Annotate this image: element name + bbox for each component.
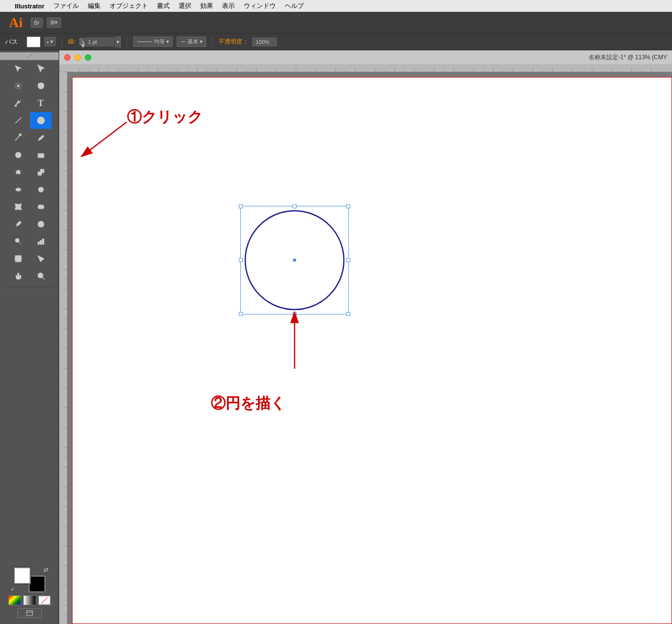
menu-object[interactable]: オブジェクト [110, 1, 148, 10]
tool-row-10 [0, 216, 59, 233]
canvas-area: 名称未設定-1* @ 113% (CMY [59, 50, 672, 624]
svg-rect-18 [40, 169, 44, 173]
hand-tool[interactable] [7, 268, 29, 284]
zoom-tool[interactable] [30, 268, 52, 284]
svg-line-47 [42, 277, 44, 279]
ellipse-tool[interactable] [30, 112, 52, 129]
svg-point-37 [15, 240, 16, 241]
reshape-tool[interactable] [30, 181, 52, 198]
svg-point-10 [15, 105, 16, 107]
menu-window[interactable]: ウィンドウ [244, 1, 276, 10]
menu-view[interactable]: 表示 [222, 1, 235, 10]
color-section: ⇄ ↙ [0, 561, 59, 624]
screen-mode-button[interactable] [17, 608, 42, 618]
svg-rect-27 [20, 208, 21, 210]
window-chrome: 名称未設定-1* @ 113% (CMY [59, 50, 672, 64]
eyedropper-tool[interactable] [7, 216, 29, 233]
menu-effect[interactable]: 効果 [200, 1, 213, 10]
bridge-button[interactable]: Br [31, 18, 43, 28]
toolbox: T [0, 50, 59, 624]
maximize-button[interactable] [85, 54, 91, 61]
menu-file[interactable]: ファイル [53, 1, 79, 10]
path-label: パス [5, 38, 18, 46]
stroke-dropdown[interactable]: ▾ [115, 37, 121, 47]
svg-line-34 [19, 242, 21, 244]
ruler-left [59, 72, 67, 624]
chart-tool[interactable] [30, 233, 52, 250]
fill-color-swatch[interactable] [14, 567, 31, 584]
tool-row-8 [0, 181, 59, 198]
swap-colors-icon[interactable]: ⇄ [43, 566, 48, 573]
scale-tool[interactable] [30, 164, 52, 181]
tool-row-9 [0, 198, 59, 215]
line-tool[interactable] [7, 112, 29, 129]
ruler-corner-icon [27, 54, 32, 59]
close-button[interactable] [64, 54, 71, 61]
artboard-tool[interactable] [7, 250, 29, 267]
menu-help[interactable]: ヘルプ [285, 1, 304, 10]
stroke-value[interactable]: 1 pt [84, 38, 114, 46]
free-transform-tool[interactable] [7, 198, 29, 215]
warp-tool[interactable] [7, 181, 29, 198]
direct-selection-tool[interactable] [30, 60, 52, 77]
type-tool[interactable]: T [30, 95, 52, 112]
svg-line-177 [81, 122, 127, 156]
svg-rect-15 [38, 154, 44, 157]
document-area[interactable]: ①クリック [67, 72, 672, 624]
line-style[interactable]: 均等 ▾ [133, 37, 173, 47]
tool-divider-1 [4, 287, 55, 287]
stroke-up-arrow[interactable]: ▲ [79, 38, 83, 41]
stroke-down-arrow[interactable]: ▼ [79, 42, 83, 45]
stroke-swatch[interactable] [29, 576, 45, 592]
fill-swatch[interactable] [27, 37, 40, 47]
menu-type[interactable]: 書式 [157, 1, 170, 10]
lasso-tool[interactable] [30, 78, 52, 94]
tool-row-12 [0, 250, 59, 267]
none-mode-button[interactable] [38, 595, 51, 605]
menu-edit[interactable]: 編集 [88, 1, 101, 10]
tool-row-4 [0, 112, 59, 129]
circle-svg [240, 206, 349, 314]
pen-tool[interactable] [7, 95, 29, 112]
pencil-tool[interactable] [30, 129, 52, 146]
symbol-sprayer-tool[interactable] [7, 233, 29, 250]
tool-row-2 [0, 78, 59, 94]
svg-point-12 [37, 117, 44, 124]
eraser-tool[interactable] [30, 147, 52, 163]
menu-illustrator[interactable]: Illustrator [15, 2, 44, 10]
magic-wand-tool[interactable] [7, 78, 29, 94]
blob-brush-tool[interactable] [7, 147, 29, 163]
color-mode-row [4, 595, 55, 605]
svg-point-175 [245, 211, 344, 310]
ruler-corner [0, 52, 59, 60]
opacity-value[interactable]: 100% [252, 38, 277, 46]
menu-select[interactable]: 選択 [179, 1, 191, 10]
svg-rect-41 [15, 256, 21, 262]
gradient-mode-button[interactable] [23, 595, 36, 605]
fill-dropdown[interactable]: ▪▾ [44, 37, 56, 46]
tool-row-13 [0, 268, 59, 284]
measure-tool[interactable] [30, 216, 52, 233]
color-mode-button[interactable] [8, 595, 21, 605]
line-profile[interactable]: 基本 ▾ [177, 37, 206, 47]
slice-tool[interactable] [30, 250, 52, 267]
svg-rect-114 [59, 72, 67, 624]
svg-point-29 [40, 205, 44, 209]
default-colors-icon[interactable]: ↙ [11, 586, 15, 591]
paintbrush-tool[interactable] [7, 129, 29, 146]
annotation-draw-label: ②円を描く [211, 393, 286, 414]
rotate-tool[interactable] [7, 164, 29, 181]
svg-point-35 [16, 239, 17, 240]
svg-rect-25 [20, 204, 21, 205]
arrange-button[interactable]: ⊞▾ [47, 17, 61, 28]
svg-rect-40 [42, 239, 44, 244]
svg-line-0 [27, 54, 32, 59]
stroke-label: 線: [68, 38, 75, 46]
tool-row-3: T [0, 95, 59, 112]
shape-builder-tool[interactable] [30, 198, 52, 215]
selection-tool[interactable] [7, 60, 29, 77]
opacity-label: 不透明度： [219, 38, 248, 46]
svg-line-6 [20, 88, 21, 89]
svg-rect-38 [38, 242, 39, 244]
minimize-button[interactable] [75, 54, 81, 61]
